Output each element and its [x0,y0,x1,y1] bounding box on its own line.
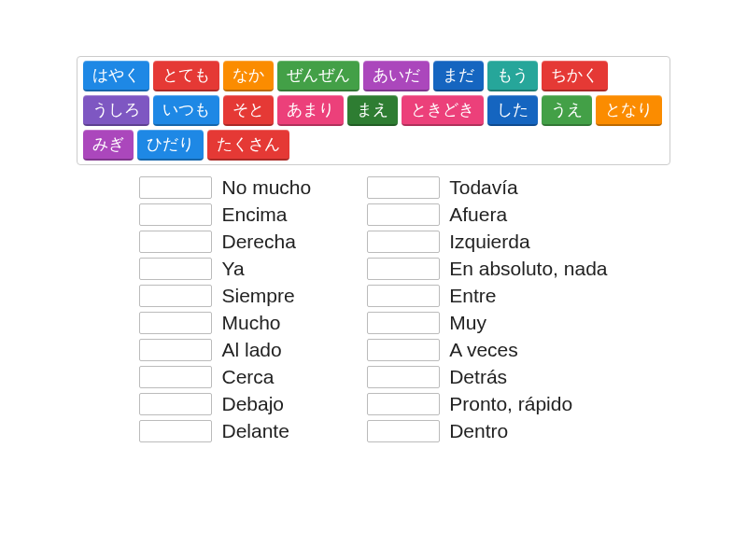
word-tile[interactable]: なか [223,61,274,91]
drop-slot[interactable] [367,339,440,361]
word-tile[interactable]: うしろ [83,95,149,126]
word-tile[interactable]: そと [223,95,274,126]
word-tile[interactable]: とても [153,61,219,91]
drop-slot[interactable] [367,312,440,334]
drop-slot[interactable] [367,258,440,280]
answer-label: Todavía [449,176,518,199]
answer-label: Muy [449,312,486,334]
answer-row: Dentro [367,420,607,442]
answer-label: Mucho [221,312,280,334]
word-tile[interactable]: となり [596,95,662,126]
answer-label: Entre [449,285,496,307]
answer-label: Cerca [221,366,274,388]
answer-row: Debajo [139,393,311,415]
answer-row: Muy [367,312,607,334]
answer-label: Encima [221,203,287,226]
answer-label: En absoluto, nada [449,258,607,280]
word-tile[interactable]: ぜんぜん [277,61,359,91]
answer-row: Izquierda [367,231,607,253]
drop-slot[interactable] [139,339,212,361]
answer-row: Ya [139,258,311,280]
word-tile[interactable]: いつも [153,95,219,126]
answer-label: A veces [449,339,518,361]
drop-slot[interactable] [367,231,440,253]
answer-row: Mucho [139,312,311,334]
drop-slot[interactable] [367,420,440,442]
word-bank: はやくとてもなかぜんぜんあいだまだもうちかくうしろいつもそとあまりまえときどきし… [77,56,670,165]
word-tile[interactable]: たくさん [207,130,289,161]
drop-slot[interactable] [367,203,440,226]
answer-row: Cerca [139,366,311,388]
answer-label: No mucho [221,176,311,199]
drop-slot[interactable] [139,312,212,334]
answer-row: Delante [139,420,311,442]
answer-row: En absoluto, nada [367,258,607,280]
word-tile[interactable]: した [487,95,538,126]
word-tile[interactable]: あいだ [363,61,430,91]
answer-row: Pronto, rápido [367,393,607,415]
word-tile[interactable]: はやく [83,61,149,91]
word-tile[interactable]: まだ [433,61,484,91]
answer-label: Al lado [221,339,281,361]
answer-row: Encima [139,203,311,226]
drop-slot[interactable] [139,258,212,280]
drop-slot[interactable] [139,176,212,199]
answer-label: Derecha [221,231,295,253]
drop-slot[interactable] [367,393,440,415]
answer-row: Siempre [139,285,311,307]
answer-row: Derecha [139,231,311,253]
answer-row: A veces [367,339,607,361]
answer-label: Afuera [449,203,507,226]
answers-column-left: No muchoEncimaDerechaYaSiempreMuchoAl la… [139,176,311,442]
answer-label: Delante [221,420,289,442]
answer-row: Al lado [139,339,311,361]
answer-row: No mucho [139,176,311,199]
word-tile[interactable]: まえ [347,95,398,126]
answer-label: Pronto, rápido [449,393,572,415]
answer-label: Debajo [221,393,284,415]
drop-slot[interactable] [139,231,212,253]
drop-slot[interactable] [139,203,212,226]
answer-label: Dentro [449,420,508,442]
answers-area: No muchoEncimaDerechaYaSiempreMuchoAl la… [0,176,747,442]
answer-label: Izquierda [449,231,529,253]
answer-row: Afuera [367,203,607,226]
answer-row: Detrás [367,366,607,388]
answer-label: Detrás [449,366,507,388]
drop-slot[interactable] [139,393,212,415]
word-tile[interactable]: ときどき [402,95,484,126]
answers-column-right: TodavíaAfueraIzquierdaEn absoluto, nadaE… [367,176,607,442]
answer-row: Entre [367,285,607,307]
drop-slot[interactable] [367,366,440,388]
word-tile[interactable]: ひだり [137,130,204,161]
word-tile[interactable]: みぎ [83,130,134,161]
answer-row: Todavía [367,176,607,199]
answer-label: Siempre [221,285,294,307]
drop-slot[interactable] [139,366,212,388]
word-tile[interactable]: うえ [542,95,592,126]
drop-slot[interactable] [139,285,212,307]
answer-label: Ya [221,258,244,280]
drop-slot[interactable] [139,420,212,442]
word-tile[interactable]: あまり [277,95,344,126]
drop-slot[interactable] [367,285,440,307]
word-tile[interactable]: ちかく [542,61,608,91]
word-tile[interactable]: もう [487,61,538,91]
drop-slot[interactable] [367,176,440,199]
